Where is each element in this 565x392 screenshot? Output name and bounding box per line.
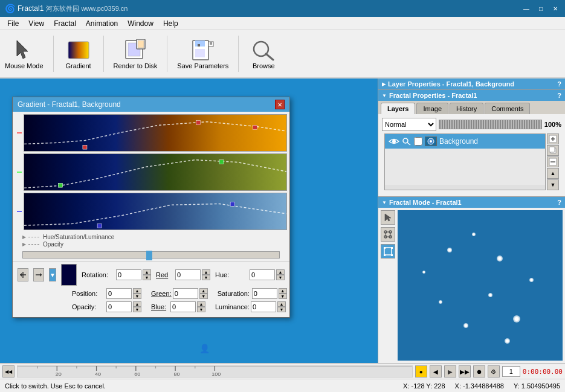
titlebar: 🌀 Fractal1 河东软件园 www.pc0359.cn — □ ✕ bbox=[0, 0, 565, 17]
rotation-up[interactable]: ▲ bbox=[143, 269, 151, 275]
luminance-input[interactable] bbox=[251, 301, 276, 312]
tab-history[interactable]: History bbox=[450, 103, 483, 114]
hue-spin: ▲ ▼ bbox=[276, 269, 285, 280]
toolbar-mouse-mode[interactable]: Mouse Mode bbox=[5, 38, 44, 69]
position-slider[interactable] bbox=[22, 251, 280, 259]
tl-settings-btn[interactable]: ⚙ bbox=[488, 365, 500, 378]
position-input[interactable] bbox=[106, 288, 132, 299]
gradient-slider-row bbox=[13, 249, 289, 261]
pos-up[interactable]: ▲ bbox=[133, 288, 141, 294]
rotation-down[interactable]: ▼ bbox=[143, 275, 151, 280]
tl-record-btn[interactable]: ⏺ bbox=[473, 365, 485, 378]
menu-view[interactable]: View bbox=[24, 18, 49, 29]
layer-props-question[interactable]: ? bbox=[557, 80, 561, 88]
remove-point-btn[interactable] bbox=[33, 268, 44, 281]
green-strip[interactable] bbox=[24, 153, 287, 191]
lum-up[interactable]: ▲ bbox=[277, 301, 286, 307]
svg-point-28 bbox=[403, 138, 408, 143]
saturation-input[interactable] bbox=[252, 288, 277, 299]
fractal-props-question[interactable]: ? bbox=[557, 92, 561, 99]
fractal-props-content: Normal 100% bbox=[378, 114, 565, 196]
tl-prev-btn[interactable]: ◀ bbox=[430, 365, 442, 378]
toolbar-save[interactable]: Save Parameters bbox=[177, 38, 228, 69]
app-title: Fractal1 bbox=[18, 4, 44, 13]
menu-help[interactable]: Help bbox=[158, 18, 183, 29]
rotation-input[interactable] bbox=[116, 269, 141, 280]
tl-play-forward-btn[interactable]: ▶ bbox=[444, 365, 456, 378]
layer-properties-section: ▶ Layer Properties - Fractal1, Backgroun… bbox=[378, 79, 565, 90]
canvas-area[interactable]: Gradient - Fractal1, Background ✕ bbox=[0, 79, 378, 363]
opacity-field-input[interactable] bbox=[106, 301, 132, 312]
layer-row-background[interactable]: Background bbox=[385, 134, 545, 149]
add-layer-btn[interactable] bbox=[547, 133, 559, 144]
pos-down[interactable]: ▼ bbox=[133, 294, 141, 299]
toolbar-render[interactable]: Render to Disk bbox=[114, 38, 158, 69]
minimize-button[interactable]: — bbox=[521, 4, 531, 13]
color-swatch[interactable] bbox=[61, 264, 77, 286]
tab-image[interactable]: Image bbox=[416, 103, 448, 114]
opacity-spin: ▲ ▼ bbox=[133, 301, 141, 312]
sat-up[interactable]: ▲ bbox=[279, 288, 287, 294]
blue-group: Blue: ▲ ▼ bbox=[151, 301, 205, 312]
blue-down[interactable]: ▼ bbox=[197, 307, 205, 312]
dropdown-btn[interactable]: ▼ bbox=[49, 268, 56, 281]
menu-file[interactable]: File bbox=[2, 18, 24, 29]
slider-thumb[interactable] bbox=[146, 251, 152, 260]
red-input[interactable] bbox=[175, 269, 201, 280]
tl-next-btn[interactable]: ▶▶ bbox=[459, 365, 471, 378]
lum-down[interactable]: ▼ bbox=[277, 307, 286, 312]
toolbar-browse[interactable]: Browse bbox=[248, 38, 279, 69]
opacity-up[interactable]: ▲ bbox=[133, 301, 141, 307]
select-tool-btn[interactable] bbox=[381, 210, 395, 225]
svg-line-29 bbox=[407, 143, 410, 145]
mouse-mode-icon bbox=[12, 38, 36, 62]
hue-input[interactable] bbox=[250, 269, 275, 280]
red-up[interactable]: ▲ bbox=[202, 269, 210, 275]
tl-play-btn[interactable]: ● bbox=[415, 365, 427, 378]
nodes-tool-btn[interactable] bbox=[381, 227, 395, 242]
tab-comments[interactable]: Comments bbox=[485, 103, 530, 114]
layer-props-header[interactable]: ▶ Layer Properties - Fractal1, Backgroun… bbox=[378, 79, 565, 89]
fractal-mode-header[interactable]: ▼ Fractal Mode - Fractal1 ? bbox=[378, 197, 565, 208]
svg-marker-0 bbox=[17, 40, 28, 59]
dialog-close-button[interactable]: ✕ bbox=[275, 100, 285, 109]
add-point-btn[interactable] bbox=[18, 268, 28, 281]
tab-layers[interactable]: Layers bbox=[381, 103, 415, 114]
hue-up[interactable]: ▲ bbox=[276, 269, 285, 275]
layer-visible-checkbox[interactable] bbox=[414, 137, 422, 146]
menu-window[interactable]: Window bbox=[123, 18, 158, 29]
toolbar-gradient[interactable]: Gradient bbox=[63, 38, 94, 69]
fractal-props-header[interactable]: ▼ Fractal Properties - Fractal1 ? bbox=[378, 90, 565, 101]
sat-down[interactable]: ▼ bbox=[279, 294, 287, 299]
fractal-preview[interactable] bbox=[398, 210, 563, 361]
green-input[interactable] bbox=[173, 288, 198, 299]
opacity-down[interactable]: ▼ bbox=[133, 307, 141, 312]
green-down[interactable]: ▼ bbox=[199, 294, 208, 299]
timeline-ruler[interactable]: 20 40 60 80 100 bbox=[17, 365, 413, 378]
menu-animation[interactable]: Animation bbox=[81, 18, 123, 29]
red-down[interactable]: ▼ bbox=[202, 275, 210, 280]
fractal-mode-question[interactable]: ? bbox=[557, 199, 561, 206]
tl-start-btn[interactable]: ◀◀ bbox=[2, 365, 15, 378]
maximize-button[interactable]: □ bbox=[536, 4, 546, 13]
green-up[interactable]: ▲ bbox=[199, 288, 208, 294]
transform-tool-btn[interactable] bbox=[381, 244, 395, 259]
delete-layer-btn[interactable] bbox=[547, 156, 559, 167]
copy-layer-btn[interactable] bbox=[547, 145, 559, 156]
blue-up[interactable]: ▲ bbox=[197, 301, 205, 307]
svg-text:80: 80 bbox=[173, 372, 180, 377]
green-spin: ▲ ▼ bbox=[199, 288, 208, 299]
close-button[interactable]: ✕ bbox=[550, 4, 560, 13]
move-up-btn[interactable]: ▲ bbox=[547, 168, 559, 179]
position-label: Position: bbox=[72, 290, 105, 297]
move-down-btn[interactable]: ▼ bbox=[547, 179, 559, 190]
red-strip[interactable] bbox=[24, 114, 287, 152]
blend-mode-select[interactable]: Normal bbox=[382, 118, 436, 131]
render-label: Render to Disk bbox=[114, 62, 158, 69]
blue-input[interactable] bbox=[170, 301, 196, 312]
menu-fractal[interactable]: Fractal bbox=[49, 18, 81, 29]
save-label: Save Parameters bbox=[177, 62, 228, 69]
frame-input[interactable] bbox=[502, 366, 520, 377]
blue-strip[interactable] bbox=[24, 193, 287, 230]
hue-down[interactable]: ▼ bbox=[276, 275, 285, 280]
